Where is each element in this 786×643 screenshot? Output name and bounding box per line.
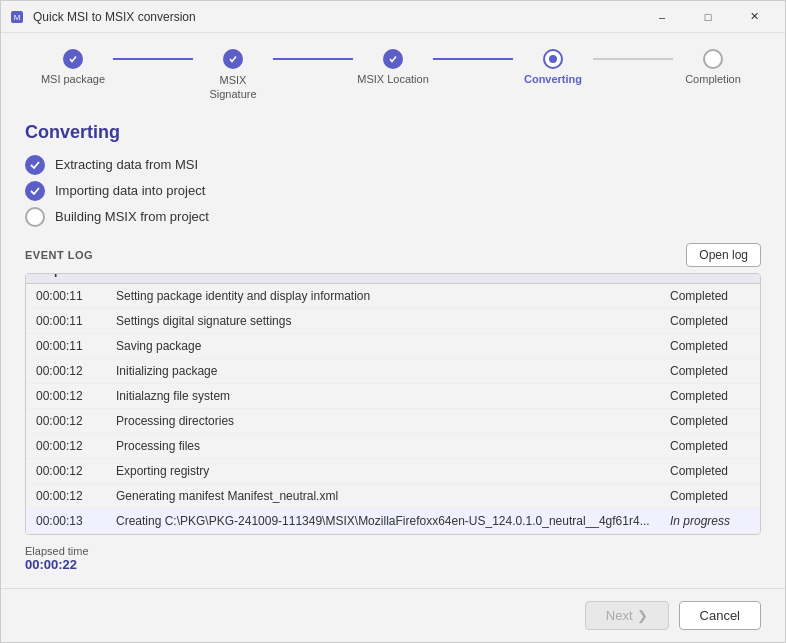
event-log-label: EVENT LOG xyxy=(25,249,93,261)
next-button[interactable]: Next ❯ xyxy=(585,601,669,630)
cell-status: Completed xyxy=(660,433,760,458)
table-row: 00:00:12Exporting registryCompleted xyxy=(26,458,760,483)
cell-elapsed: 00:00:11 xyxy=(26,308,106,333)
cell-status: Completed xyxy=(660,408,760,433)
task-check-build xyxy=(25,207,45,227)
cell-status: Completed xyxy=(660,483,760,508)
app-icon: M xyxy=(9,9,25,25)
step-label-converting: Converting xyxy=(513,73,593,85)
cell-status: In progress xyxy=(660,508,760,533)
table-row: 00:00:11Saving packageCompleted xyxy=(26,333,760,358)
task-label-build: Building MSIX from project xyxy=(55,209,209,224)
elapsed-footer: Elapsed time 00:00:22 xyxy=(25,545,761,572)
minimize-button[interactable]: – xyxy=(639,1,685,33)
cell-elapsed: 00:00:12 xyxy=(26,433,106,458)
stepper: MSI package MSIX Signature MSIX Location xyxy=(25,49,761,102)
table-body: 00:00:11Setting package identity and dis… xyxy=(26,283,760,533)
table-row: 00:00:12Processing directoriesCompleted xyxy=(26,408,760,433)
close-button[interactable]: ✕ xyxy=(731,1,777,33)
tasks-list: Extracting data from MSI Importing data … xyxy=(25,155,761,227)
task-build: Building MSIX from project xyxy=(25,207,761,227)
svg-text:M: M xyxy=(14,13,21,22)
cell-elapsed: 00:00:13 xyxy=(26,508,106,533)
col-header-elapsed: Elapsed xyxy=(26,274,106,284)
step-label-location: MSIX Location xyxy=(353,73,433,85)
table-row: 00:00:11Settings digital signature setti… xyxy=(26,308,760,333)
step-circle-converting xyxy=(543,49,563,69)
table-row: 00:00:12Generating manifest Manifest_neu… xyxy=(26,483,760,508)
main-content: MSI package MSIX Signature MSIX Location xyxy=(1,33,785,588)
event-log-header: EVENT LOG Open log xyxy=(25,243,761,267)
cell-elapsed: 00:00:12 xyxy=(26,458,106,483)
step-msix-location: MSIX Location xyxy=(353,49,433,85)
step-converting: Converting xyxy=(513,49,593,85)
maximize-button[interactable]: □ xyxy=(685,1,731,33)
task-extract: Extracting data from MSI xyxy=(25,155,761,175)
cell-status: Completed xyxy=(660,333,760,358)
cell-task: Processing directories xyxy=(106,408,660,433)
cell-elapsed: 00:00:12 xyxy=(26,408,106,433)
table-row: 00:00:12Initialazng file systemCompleted xyxy=(26,383,760,408)
cell-task: Settings digital signature settings xyxy=(106,308,660,333)
cell-task: Initializing package xyxy=(106,358,660,383)
table-header-row: Elapsed Task Status xyxy=(26,274,760,284)
cell-status: Completed xyxy=(660,283,760,308)
step-line-1 xyxy=(113,58,193,60)
col-header-status: Status xyxy=(660,274,760,284)
cell-elapsed: 00:00:11 xyxy=(26,333,106,358)
col-header-task: Task xyxy=(106,274,660,284)
table-row: 00:00:12Processing filesCompleted xyxy=(26,433,760,458)
step-msix-signature: MSIX Signature xyxy=(193,49,273,102)
step-circle-location xyxy=(383,49,403,69)
cell-elapsed: 00:00:12 xyxy=(26,358,106,383)
cell-status: Completed xyxy=(660,383,760,408)
title-bar: M Quick MSI to MSIX conversion – □ ✕ xyxy=(1,1,785,33)
task-import: Importing data into project xyxy=(25,181,761,201)
cell-task: Creating C:\PKG\PKG-241009-111349\MSIX\M… xyxy=(106,508,660,533)
step-completion: Completion xyxy=(673,49,753,85)
step-line-4 xyxy=(593,58,673,60)
table-row: 00:00:13Creating C:\PKG\PKG-241009-11134… xyxy=(26,508,760,533)
step-label-completion: Completion xyxy=(673,73,753,85)
step-line-3 xyxy=(433,58,513,60)
next-chevron-icon: ❯ xyxy=(637,608,648,623)
step-label-msi: MSI package xyxy=(33,73,113,85)
step-msi-package: MSI package xyxy=(33,49,113,85)
cell-elapsed: 00:00:12 xyxy=(26,483,106,508)
elapsed-label: Elapsed time xyxy=(25,545,761,557)
cell-task: Setting package identity and display inf… xyxy=(106,283,660,308)
cell-status: Completed xyxy=(660,458,760,483)
cell-elapsed: 00:00:11 xyxy=(26,283,106,308)
cell-task: Saving package xyxy=(106,333,660,358)
task-check-extract xyxy=(25,155,45,175)
task-check-import xyxy=(25,181,45,201)
main-window: M Quick MSI to MSIX conversion – □ ✕ MSI… xyxy=(0,0,786,643)
elapsed-time: 00:00:22 xyxy=(25,557,761,572)
event-log-table: Elapsed Task Status 00:00:11Setting pack… xyxy=(26,274,760,534)
cell-task: Initialazng file system xyxy=(106,383,660,408)
next-label: Next xyxy=(606,608,633,623)
cell-task: Exporting registry xyxy=(106,458,660,483)
window-controls: – □ ✕ xyxy=(639,1,777,33)
open-log-button[interactable]: Open log xyxy=(686,243,761,267)
step-circle-msi xyxy=(63,49,83,69)
cell-elapsed: 00:00:12 xyxy=(26,383,106,408)
cell-status: Completed xyxy=(660,358,760,383)
event-log-table-container: Elapsed Task Status 00:00:11Setting pack… xyxy=(25,273,761,535)
task-label-import: Importing data into project xyxy=(55,183,205,198)
window-title: Quick MSI to MSIX conversion xyxy=(33,10,639,24)
bottom-bar: Next ❯ Cancel xyxy=(1,588,785,642)
step-circle-signature xyxy=(223,49,243,69)
table-row: 00:00:12Initializing packageCompleted xyxy=(26,358,760,383)
step-circle-completion xyxy=(703,49,723,69)
section-title: Converting xyxy=(25,122,761,143)
step-line-2 xyxy=(273,58,353,60)
table-row: 00:00:11Setting package identity and dis… xyxy=(26,283,760,308)
cell-status: Completed xyxy=(660,308,760,333)
cell-task: Processing files xyxy=(106,433,660,458)
step-label-signature: MSIX Signature xyxy=(193,73,273,102)
cell-task: Generating manifest Manifest_neutral.xml xyxy=(106,483,660,508)
task-label-extract: Extracting data from MSI xyxy=(55,157,198,172)
table-scroll-area[interactable]: Elapsed Task Status 00:00:11Setting pack… xyxy=(26,274,760,534)
cancel-button[interactable]: Cancel xyxy=(679,601,761,630)
